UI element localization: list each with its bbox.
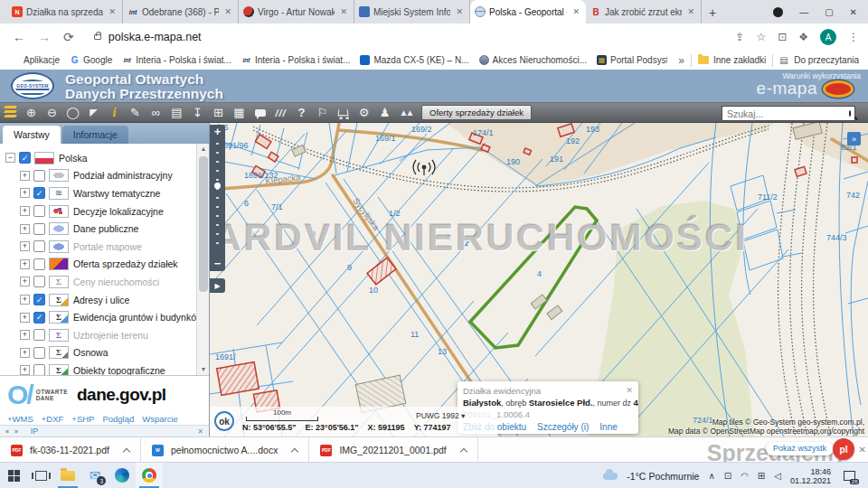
download-menu-chevron[interactable] — [460, 447, 467, 455]
print-icon[interactable]: ▤ — [166, 103, 187, 122]
expander-icon[interactable]: + — [20, 313, 30, 323]
tab-close-icon[interactable]: ✕ — [338, 7, 349, 16]
edge-button[interactable] — [108, 463, 136, 488]
expander-icon[interactable]: + — [20, 365, 30, 375]
forward-button[interactable]: → — [38, 30, 51, 44]
popup-close-icon[interactable]: ✕ — [626, 386, 633, 395]
layer-checkbox[interactable] — [33, 347, 45, 359]
search-icon[interactable] — [849, 110, 851, 117]
cast-icon[interactable]: ⊡ — [778, 31, 787, 43]
layers-icon[interactable] — [0, 103, 21, 122]
layer-checkbox[interactable] — [33, 240, 45, 252]
right-panel-toggle[interactable]: » — [847, 132, 861, 145]
settings-icon[interactable]: ⚙ — [354, 103, 374, 122]
layer-checkbox[interactable] — [33, 258, 45, 270]
layer-item[interactable]: +ΣOsnowa — [0, 344, 197, 362]
ip-link[interactable]: IP — [31, 427, 39, 436]
terrain-icon[interactable]: ▲▲ — [395, 103, 416, 122]
ok-button[interactable]: ok — [214, 411, 234, 431]
teams-tray-icon[interactable]: ⊞ — [758, 471, 765, 481]
layer-item[interactable]: +Portale mapowe — [0, 238, 197, 256]
popup-link[interactable]: Szczegóły (i) — [537, 422, 589, 432]
tab-close-icon[interactable]: ✕ — [685, 7, 696, 16]
layer-checkbox[interactable] — [33, 170, 45, 182]
scroll-up-icon[interactable]: ▲ — [197, 144, 210, 155]
bookmark-item[interactable]: GGoogle — [70, 55, 112, 65]
share-icon[interactable]: ⇪ — [735, 31, 744, 43]
help-icon[interactable]: ? — [291, 103, 312, 122]
start-button[interactable] — [0, 463, 27, 488]
task-view-button[interactable] — [27, 463, 54, 488]
browser-tab[interactable]: Virgo - Artur Nowakowski✕ — [239, 0, 354, 23]
panels-icon[interactable]: ▦ — [229, 103, 250, 122]
layer-checkbox[interactable] — [33, 205, 45, 217]
sidebar-tab-warstwy[interactable]: Warstwy — [3, 126, 61, 144]
sidebar-link[interactable]: Wsparcie — [142, 414, 178, 424]
measure-icon[interactable]: ✎ — [125, 103, 146, 122]
display-tray-icon[interactable]: ⊡ — [724, 471, 731, 481]
wifi-icon[interactable]: ◠ — [741, 471, 749, 481]
download-icon[interactable]: ↧ — [187, 103, 208, 122]
lock-icon[interactable] — [94, 34, 101, 40]
url-text[interactable]: polska.e-mapa.net — [108, 31, 202, 43]
sidebar-link[interactable]: +DXF — [42, 414, 64, 424]
layer-checkbox[interactable] — [33, 329, 45, 341]
expander-icon[interactable]: + — [20, 330, 30, 340]
layer-item[interactable]: +Podział administracyjny — [0, 167, 197, 185]
bookmark-star-icon[interactable]: ☆ — [756, 31, 766, 43]
layer-checkbox[interactable] — [33, 364, 45, 375]
offers-button[interactable]: Oferty sprzedaży działek — [421, 105, 532, 120]
expander-icon[interactable]: − — [5, 153, 15, 163]
layer-checkbox[interactable]: ✓ — [19, 152, 31, 164]
expander-icon[interactable]: + — [20, 224, 30, 234]
browser-tab[interactable]: intOdebrane (368) - Poczta w✕ — [123, 0, 239, 23]
prev-icon[interactable]: « — [5, 428, 9, 435]
tab-close-icon[interactable]: ✕ — [454, 7, 465, 16]
maximize-button[interactable]: ▢ — [825, 7, 833, 17]
sidebar-link[interactable]: +SHP — [71, 414, 94, 424]
play-button[interactable]: ▶ — [210, 278, 225, 293]
download-item[interactable]: PDFfk-036-11-2021.pdf — [0, 437, 141, 463]
copy-view-icon[interactable]: ⊞ — [208, 103, 229, 122]
comment-icon[interactable] — [250, 103, 270, 122]
close-bar-icon[interactable]: ✕ — [197, 427, 203, 436]
reading-list[interactable]: Do przeczytania — [794, 55, 859, 65]
browser-tab[interactable]: BJak zrobić zrzut ekranu | Bi✕ — [586, 0, 702, 23]
tab-close-icon[interactable]: ✕ — [107, 7, 118, 16]
browser-tab[interactable]: NDziałka na sprzedaż, Biało✕ — [7, 0, 123, 23]
action-center-icon[interactable]: 26 — [844, 471, 855, 481]
menu-icon[interactable]: ⋮ — [848, 31, 859, 43]
map-canvas[interactable]: 169/1169/2174/11901891/1327/161/28910111… — [210, 123, 868, 436]
reload-button[interactable]: ⟳ — [63, 30, 74, 44]
download-menu-chevron[interactable] — [291, 447, 298, 455]
expander-icon[interactable]: + — [20, 188, 30, 198]
close-button[interactable]: ✕ — [850, 7, 857, 17]
tab-close-icon[interactable]: ✕ — [571, 7, 581, 16]
layer-checkbox[interactable] — [33, 223, 45, 235]
other-bookmarks[interactable]: Inne zakładki — [713, 55, 766, 65]
expander-icon[interactable]: + — [20, 277, 30, 286]
clock[interactable]: 18:46 01.12.2021 — [790, 467, 831, 485]
mail-button[interactable]: ✉3 — [81, 463, 108, 488]
crs-selector[interactable]: PUWG 1992 ▾ — [416, 411, 465, 420]
weather-text[interactable]: -1°C Pochmurnie — [627, 471, 699, 482]
geo-system-logo[interactable]: GEO-SYSTEM — [11, 72, 54, 99]
layer-item[interactable]: +ΣObiekty topograficzne — [0, 361, 197, 375]
layer-checkbox[interactable]: ✓ — [33, 187, 45, 199]
chrome-button[interactable] — [136, 463, 163, 488]
info-icon[interactable]: i — [104, 103, 125, 122]
zoom-in-icon[interactable]: ⊕ — [21, 103, 42, 122]
download-item[interactable]: Wpełnomocnictwo A....docx — [141, 437, 309, 463]
search-input[interactable] — [722, 108, 849, 119]
bookmark-item[interactable]: Akces Nieruchomości... — [479, 55, 587, 65]
zoom-in-control[interactable]: + — [210, 125, 225, 138]
browser-tab[interactable]: Miejski System Informacji P✕ — [354, 0, 470, 23]
layer-item[interactable]: +ΣUzbrojenie terenu — [0, 326, 197, 344]
download-menu-chevron[interactable] — [123, 447, 130, 455]
layer-item[interactable]: +✓ΣAdresy i ulice — [0, 291, 197, 309]
layer-checkbox[interactable] — [33, 276, 45, 287]
download-item[interactable]: PDFIMG_20211201_0001.pdf — [309, 437, 477, 463]
new-tab-button[interactable]: + — [702, 2, 723, 23]
flag-icon[interactable]: ⚐ — [312, 103, 333, 122]
sidebar-link[interactable]: +WMS — [7, 414, 33, 424]
